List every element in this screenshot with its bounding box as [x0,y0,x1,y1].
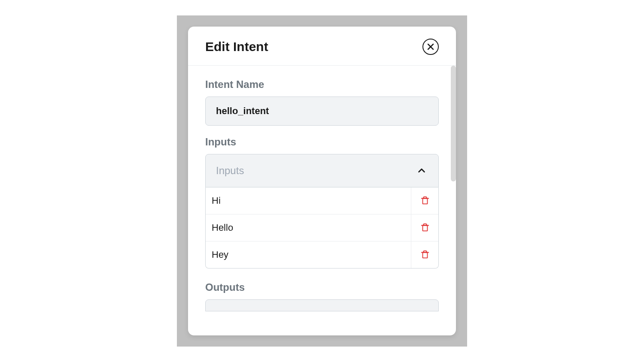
inputs-collapse-label: Inputs [216,165,244,177]
scrollbar-thumb[interactable] [451,66,456,181]
inputs-collapse-toggle[interactable]: Inputs [205,154,439,187]
chevron-up-icon [417,166,426,175]
close-button[interactable] [422,39,439,55]
inputs-list-item-text: Hi [206,187,411,214]
modal-body: Intent Name Inputs Inputs Hi [188,66,456,332]
intent-name-input[interactable] [205,97,439,126]
modal-backdrop: Edit Intent Intent Name Inputs Inputs [177,15,467,347]
outputs-label: Outputs [205,281,439,293]
delete-input-button[interactable] [411,187,438,214]
inputs-label: Inputs [205,136,439,148]
svg-rect-2 [422,199,427,204]
trash-icon [420,223,430,233]
trash-icon [420,250,430,260]
inputs-list-item: Hey [206,241,438,268]
inputs-list-item-text: Hey [206,241,411,268]
outputs-collapse-toggle[interactable] [205,299,439,311]
inputs-list-item: Hi [206,187,438,214]
trash-icon [420,196,430,206]
modal-title: Edit Intent [205,39,268,54]
delete-input-button[interactable] [411,241,438,268]
inputs-list-item-text: Hello [206,214,411,241]
modal-header: Edit Intent [188,27,456,66]
delete-input-button[interactable] [411,214,438,241]
inputs-list: Hi Hello [205,187,439,268]
close-icon [427,43,434,50]
svg-rect-4 [422,253,427,258]
edit-intent-modal: Edit Intent Intent Name Inputs Inputs [188,27,456,335]
intent-name-label: Intent Name [205,78,439,90]
svg-rect-3 [422,226,427,231]
inputs-list-item: Hello [206,214,438,241]
